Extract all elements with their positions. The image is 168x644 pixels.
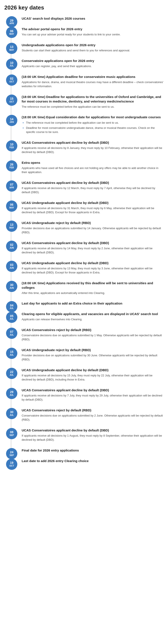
date-badge: 07JUL [6,328,17,339]
event-description: The reference must be completed before t… [22,121,164,134]
date-badge: 07APR [6,180,17,192]
event-content: UCAS Undergraduate applicant decline by … [22,261,164,275]
event-title: Final date for 2026 entry applications [22,448,164,452]
timeline-item: 19OCTLast date to add 2026 entry Clearin… [22,458,164,463]
timeline-item: 03JUNUCAS Undergraduate applicant declin… [22,261,164,275]
event-content: Last date to add 2026 entry Clearing cho… [22,458,164,463]
event-title: Extra opens [22,160,164,165]
event-content: Extra opensApplicants who have used all … [22,160,164,174]
date-badge: 15JUL [6,348,17,359]
event-title: (18:00 UK time) Application deadline for… [22,74,164,79]
event-description: Applications for dance, drama, and music… [22,80,164,88]
event-title: (18:00 UK time) Equal consideration date… [22,115,164,119]
event-title: The adviser portal opens for 2026 entry [22,27,164,31]
date-badge: 19OCT [6,458,17,470]
event-content: Clearing opens for eligible applicants, … [22,312,164,322]
event-description: The reference must be completed before t… [22,105,164,109]
date-badge: 29APR [6,16,17,28]
event-title: Last day for applicants to add an Extra … [22,301,164,306]
timeline-item: 26FEBExtra opensApplicants who have used… [22,160,164,174]
event-title: Conservatoire applications open for 2026… [22,58,164,63]
event-title: UCAS Conservatoires reject by default (R… [22,408,164,412]
event-content: (18:00 UK time) Equal consideration date… [22,115,164,134]
event-title: Clearing opens for eligible applicants, … [22,312,164,316]
timeline-item: 06MAYUCAS Undergraduate applicant declin… [22,200,164,214]
event-description: If applicants receive all decisions by 3… [22,206,164,214]
event-description: If applicants receive all decisions by 7… [22,394,164,402]
event-content: The adviser portal opens for 2026 entryY… [22,27,164,37]
date-badge: 22JUL [6,368,17,379]
event-title: Undergraduate applications open for 2026… [22,43,164,47]
event-description: If applicants receive all decisions by 1… [22,186,164,194]
timeline-item: 07APRUCAS Conservatoires applicant decli… [22,180,164,194]
event-content: UCAS Undergraduate reject by default (RB… [22,220,164,234]
date-badge: 08SEP [6,428,17,439]
event-content: Conservatoire applications open for 2026… [22,58,164,68]
event-title: UCAS Undergraduate reject by default (RB… [22,220,164,225]
timeline-item: 13MAYUCAS Undergraduate reject by defaul… [22,220,164,234]
event-description: After this time, applications are automa… [22,291,164,295]
event-title: UCAS Conservatoires applicant decline by… [22,140,164,145]
event-title: (18:00 UK time) Applications received by… [22,281,164,290]
date-badge: 10FEB [6,140,17,152]
date-badge: 04JUL [6,301,17,312]
event-description: You can set up your adviser portal ready… [22,32,164,37]
event-title: UCAS Undergraduate applicant decline by … [22,368,164,372]
timeline: 29APRUCAS' search tool displays 2026 cou… [4,16,164,463]
date-badge: 24SEP [6,448,17,459]
event-title: UCAS Conservatoires reject by default (R… [22,328,164,332]
event-content: (18:00 UK time) Deadline for application… [22,94,164,109]
date-badge: 15OCT [6,94,17,106]
event-title: UCAS Conservatoires applicant decline by… [22,428,164,432]
timeline-item: 06MAYThe adviser portal opens for 2026 e… [22,27,164,37]
event-content: UCAS Conservatoires reject by default (R… [22,328,164,342]
page-title: 2026 key dates [4,4,164,11]
date-badge: 06MAY [6,200,17,212]
event-description: Provider decisions due on applications s… [22,353,164,362]
date-badge: 13MAY [6,220,17,232]
date-badge: 05JUL [6,312,17,323]
timeline-item: 07JULUCAS Conservatoires reject by defau… [22,328,164,342]
timeline-item: 29APRUCAS' search tool displays 2026 cou… [22,16,164,21]
timeline-item: 15JULUCAS Undergraduate reject by defaul… [22,348,164,362]
timeline-item: 29JULUCAS Conservatoires applicant decli… [22,388,164,402]
event-content: Last day for applicants to add an Extra … [22,301,164,306]
timeline-item: 04JULLast day for applicants to add an E… [22,301,164,306]
event-content: Undergraduate applications open for 2026… [22,43,164,53]
bullet-item: Deadline for most conservatoire undergra… [26,126,164,134]
date-badge: 30JUL [6,408,17,419]
event-description: Conservatoire decisions due on applicati… [22,333,164,342]
event-content: UCAS Undergraduate applicant decline by … [22,200,164,214]
timeline-item: 10FEBUCAS Conservatoires applicant decli… [22,140,164,154]
event-description: Applicants can register, pay, and send t… [22,64,164,68]
timeline-item: 22JULUCAS Undergraduate applicant declin… [22,368,164,382]
timeline-item: 10JULConservatoire applications open for… [22,58,164,68]
date-badge: 30JUN [6,281,17,292]
date-badge: 02JUN [6,241,17,252]
timeline-item: 02OCT(18:00 UK time) Application deadlin… [22,74,164,88]
event-description: Students can start their applications an… [22,48,164,53]
event-content: UCAS' search tool displays 2026 courses [22,16,164,21]
event-description: If applicants receive all decisions by 1… [22,246,164,255]
event-title: UCAS' search tool displays 2026 courses [22,16,164,21]
timeline-item: 08SEPUCAS Conservatoires applicant decli… [22,428,164,442]
date-badge: 03JUN [6,261,17,272]
event-title: (18:00 UK time) Deadline for application… [22,94,164,104]
timeline-item: 24SEPFinal date for 2026 entry applicati… [22,448,164,452]
event-title: UCAS Conservatoires applicant decline by… [22,180,164,185]
event-content: UCAS Undergraduate applicant decline by … [22,368,164,382]
timeline-item: 02JUNUCAS Conservatoires applicant decli… [22,241,164,255]
event-content: Final date for 2026 entry applications [22,448,164,452]
event-content: UCAS Conservatoires applicant decline by… [22,241,164,255]
timeline-item: 30JULUCAS Conservatoires reject by defau… [22,408,164,422]
event-content: (18:00 UK time) Application deadline for… [22,74,164,88]
event-content: UCAS Conservatoires applicant decline by… [22,428,164,442]
event-title: UCAS Undergraduate applicant decline by … [22,200,164,205]
event-content: (18:00 UK time) Applications received by… [22,281,164,295]
date-badge: 02OCT [6,74,17,86]
event-content: UCAS Conservatoires applicant decline by… [22,180,164,194]
event-description: Applicants can release themselves into C… [22,317,164,322]
event-content: UCAS Conservatoires applicant decline by… [22,140,164,154]
event-title: UCAS Conservatoires applicant decline by… [22,241,164,245]
timeline-item: 05JULClearing opens for eligible applica… [22,312,164,322]
